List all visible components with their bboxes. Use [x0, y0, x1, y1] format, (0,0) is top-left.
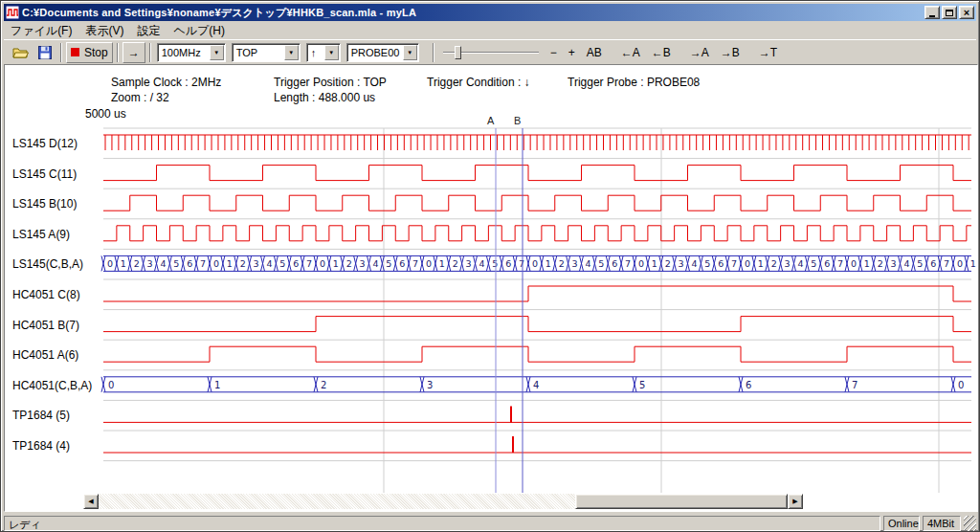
svg-text:7: 7 — [625, 258, 631, 269]
svg-text:7: 7 — [731, 258, 737, 269]
scrollbar-track[interactable] — [99, 494, 788, 509]
svg-text:5: 5 — [704, 258, 710, 269]
sample-clock-info: Sample Clock : 2MHz — [111, 76, 221, 89]
svg-text:3: 3 — [360, 258, 366, 269]
svg-text:1: 1 — [652, 258, 657, 269]
svg-text:1: 1 — [214, 380, 220, 390]
svg-text:4: 4 — [533, 380, 539, 390]
toolbar: Stop → 100MHz ▼ TOP ▼ ↑ ▼ PROBE00 ▼ − + … — [4, 39, 976, 64]
trigger-position-combobox[interactable]: TOP ▼ — [232, 43, 301, 62]
svg-text:2: 2 — [321, 380, 326, 390]
svg-text:1: 1 — [758, 258, 764, 269]
slider-thumb[interactable] — [455, 46, 461, 59]
trigger-position-info: Trigger Position : TOP — [274, 76, 387, 89]
probe-combobox[interactable]: PROBE00 ▼ — [346, 43, 419, 62]
stop-icon — [71, 48, 79, 56]
close-button[interactable]: × — [959, 6, 974, 19]
menubar: ファイル(F) 表示(V) 設定 ヘルプ(H) — [4, 22, 976, 39]
chevron-down-icon[interactable]: ▼ — [403, 45, 417, 60]
save-button[interactable] — [33, 42, 56, 63]
clock-combobox[interactable]: 100MHz ▼ — [157, 43, 226, 62]
svg-text:3: 3 — [254, 258, 259, 269]
menu-file[interactable]: ファイル(F) — [4, 22, 78, 40]
trigger-edge-value: ↑ — [307, 47, 324, 58]
zoom-slider[interactable] — [443, 43, 539, 62]
timescale-label: 5000 us — [85, 107, 126, 121]
channel-label: HC4051 C(8) — [12, 288, 80, 301]
maximize-icon — [946, 10, 953, 16]
trigger-condition-info: Trigger Condition : ↓ — [427, 76, 530, 89]
toolbar-separator — [433, 43, 434, 62]
svg-text:5: 5 — [279, 258, 285, 269]
open-file-button[interactable] — [9, 42, 32, 63]
menu-view[interactable]: 表示(V) — [78, 22, 130, 40]
titlebar[interactable]: C:¥Documents and Settings¥noname¥デスクトップ¥… — [4, 4, 976, 21]
app-window: C:¥Documents and Settings¥noname¥デスクトップ¥… — [0, 0, 980, 532]
svg-text:3: 3 — [785, 258, 791, 269]
status-online: Online — [883, 516, 920, 531]
svg-text:2: 2 — [134, 258, 140, 269]
trigger-position-value: TOP — [233, 47, 284, 58]
svg-text:6: 6 — [930, 258, 936, 269]
svg-text:3: 3 — [891, 258, 897, 269]
svg-text:6: 6 — [824, 258, 830, 269]
zoom-in-button[interactable]: + — [564, 42, 580, 63]
ab-range-button[interactable]: AB — [582, 42, 607, 63]
channel-label: TP1684 (4) — [12, 439, 70, 453]
svg-text:0: 0 — [213, 258, 219, 269]
svg-text:3: 3 — [572, 258, 578, 269]
svg-text:5: 5 — [386, 258, 391, 269]
scrollbar-thumb[interactable] — [575, 494, 788, 509]
waveform-area: 0123456701234567012345670123456701234567… — [4, 64, 978, 512]
svg-text:6: 6 — [505, 258, 511, 269]
trigger-edge-combobox[interactable]: ↑ ▼ — [306, 43, 341, 62]
scroll-left-icon[interactable]: ◀ — [83, 494, 99, 509]
goto-cursor-b-button[interactable]: ←B — [647, 42, 676, 63]
stop-button[interactable]: Stop — [66, 42, 113, 63]
clock-value: 100MHz — [158, 47, 210, 58]
svg-text:4: 4 — [903, 258, 909, 269]
goto-cursor-a-button[interactable]: ←A — [616, 42, 645, 63]
svg-text:7: 7 — [200, 258, 206, 269]
channel-label: HC4051 A(6) — [12, 348, 78, 362]
svg-text:5: 5 — [811, 258, 816, 269]
waveform-canvas: 0123456701234567012345670123456701234567… — [5, 65, 977, 511]
resize-grip[interactable] — [964, 516, 976, 531]
menu-settings[interactable]: 設定 — [130, 22, 167, 40]
zoom-out-button[interactable]: − — [546, 42, 562, 63]
chevron-down-icon[interactable]: ▼ — [324, 45, 339, 60]
svg-text:5: 5 — [598, 258, 604, 269]
channel-label: LS145 D(12) — [12, 137, 78, 150]
svg-text:4: 4 — [160, 258, 166, 269]
set-cursor-b-button[interactable]: →B — [716, 42, 745, 63]
chevron-down-icon[interactable]: ▼ — [284, 45, 299, 60]
svg-text:4: 4 — [797, 258, 803, 269]
svg-text:3: 3 — [427, 380, 433, 390]
svg-text:7: 7 — [519, 258, 524, 269]
svg-text:5: 5 — [492, 258, 498, 269]
floppy-icon — [38, 46, 52, 59]
menu-help[interactable]: ヘルプ(H) — [167, 22, 232, 40]
maximize-button[interactable] — [942, 6, 957, 19]
goto-trigger-button[interactable]: →T — [754, 42, 782, 63]
set-cursor-a-button[interactable]: →A — [685, 42, 714, 63]
toolbar-separator — [149, 43, 151, 62]
svg-text:5: 5 — [639, 380, 645, 390]
length-info: Length : 488.000 us — [274, 91, 375, 104]
minimize-button[interactable] — [924, 6, 940, 19]
svg-text:7: 7 — [944, 258, 949, 269]
folder-open-icon — [12, 46, 29, 58]
svg-text:6: 6 — [187, 258, 192, 269]
svg-text:1: 1 — [121, 258, 126, 269]
horizontal-scrollbar[interactable]: ◀ ▶ — [83, 494, 803, 509]
svg-text:2: 2 — [346, 258, 352, 269]
svg-text:2: 2 — [453, 258, 458, 269]
chevron-down-icon[interactable]: ▼ — [210, 45, 224, 60]
channel-label: TP1684 (5) — [12, 409, 70, 422]
scroll-right-icon[interactable]: ▶ — [788, 494, 803, 509]
svg-text:2: 2 — [878, 258, 883, 269]
svg-text:0: 0 — [108, 380, 114, 390]
svg-text:1: 1 — [439, 258, 445, 269]
run-button[interactable]: → — [122, 42, 145, 63]
svg-text:4: 4 — [691, 258, 697, 269]
